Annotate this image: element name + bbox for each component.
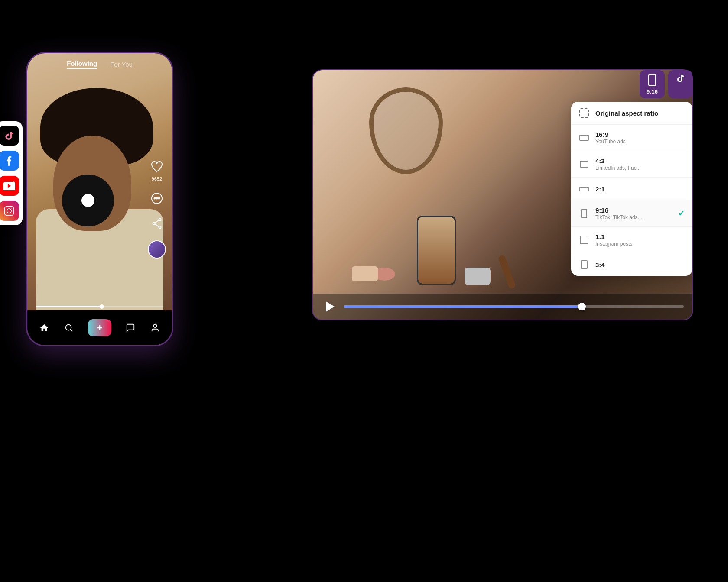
likes-count: 9652 — [152, 176, 162, 181]
makeup-jar — [465, 268, 491, 285]
svg-point-7 — [159, 219, 161, 221]
ratio-icon-9-16 — [579, 208, 589, 219]
ratio-check-9-16: ✓ — [678, 209, 685, 218]
nav-home[interactable] — [39, 323, 49, 333]
ratio-text-3-4: 3:4 — [595, 261, 685, 268]
ratio-dropdown: Original aspect ratio 16:9 YouTube ads — [571, 102, 692, 276]
svg-line-13 — [71, 330, 73, 331]
ratio-text-1-1: 1:1 Instagram posts — [595, 233, 685, 247]
ratio-option-9-16[interactable]: 9:16 TikTok, TikTok ads... ✓ — [571, 200, 692, 227]
phone-actions: 9652 — [148, 158, 166, 259]
phone-progress-fill — [36, 306, 100, 307]
for-you-tab[interactable]: For You — [110, 61, 133, 68]
nav-create[interactable] — [89, 320, 110, 335]
ratio-option-original[interactable]: Original aspect ratio — [571, 102, 692, 125]
ratio-name-1-1: 1:1 — [595, 233, 685, 240]
ratio-option-1-1[interactable]: 1:1 Instagram posts — [571, 227, 692, 253]
ratio-name-2-1: 2:1 — [595, 185, 685, 193]
ratio-pill-label-9-16: 9:16 — [647, 88, 658, 95]
ratio-desc-16-9: YouTube ads — [595, 139, 685, 145]
svg-point-1 — [7, 209, 11, 213]
svg-point-6 — [159, 198, 160, 199]
vinyl-disc — [62, 175, 114, 226]
ratio-option-4-3[interactable]: 4:3 LinkedIn ads, Fac... — [571, 151, 692, 178]
ratio-text-16-9: 16:9 YouTube ads — [595, 131, 685, 145]
phone-screen: Following For You 9652 — [27, 53, 172, 345]
ratio-icon-16-9 — [579, 133, 589, 143]
svg-point-2 — [11, 208, 12, 209]
play-button[interactable] — [322, 299, 337, 314]
tiktok-bottom-nav — [27, 310, 172, 345]
social-icons-sidebar — [0, 121, 23, 225]
ratio-text-4-3: 4:3 LinkedIn ads, Fac... — [595, 157, 685, 171]
ratio-icon-2-1 — [579, 184, 589, 194]
ratio-text-9-16: 9:16 TikTok, TikTok ads... — [595, 207, 672, 220]
ratio-option-3-4[interactable]: 3:4 — [571, 253, 692, 276]
svg-rect-17 — [649, 74, 656, 86]
youtube-social-icon[interactable] — [0, 176, 19, 196]
tiktok-social-icon[interactable] — [0, 126, 19, 146]
ratio-text-original: Original aspect ratio — [595, 110, 685, 117]
ratio-desc-1-1: Instagram posts — [595, 241, 685, 247]
video-controls — [313, 294, 692, 320]
ratio-name-original: Original aspect ratio — [595, 110, 685, 117]
svg-point-16 — [154, 324, 157, 327]
phone-progress-bar[interactable] — [36, 306, 163, 307]
ratio-desc-9-16: TikTok, TikTok ads... — [595, 214, 672, 220]
ratio-icon-3-4 — [579, 259, 589, 270]
video-progress-fill — [344, 305, 582, 308]
svg-point-12 — [66, 325, 72, 330]
svg-point-9 — [159, 226, 161, 228]
creator-avatar — [148, 240, 166, 259]
ratio-pill-tiktok[interactable] — [668, 70, 692, 98]
ratio-desc-4-3: LinkedIn ads, Fac... — [595, 165, 685, 171]
play-icon — [326, 301, 335, 312]
svg-line-10 — [155, 220, 159, 223]
makeup-container-2 — [352, 266, 378, 281]
ratio-icon-1-1 — [579, 235, 589, 245]
instagram-social-icon[interactable] — [0, 201, 19, 221]
ratio-name-4-3: 4:3 — [595, 157, 685, 165]
video-progress-bar[interactable] — [344, 305, 684, 308]
share-button[interactable] — [149, 215, 165, 232]
ratio-name-3-4: 3:4 — [595, 261, 685, 268]
following-tab[interactable]: Following — [67, 60, 97, 69]
comment-button[interactable] — [149, 190, 165, 207]
svg-rect-0 — [5, 207, 14, 216]
ratio-name-16-9: 16:9 — [595, 131, 685, 138]
phone-mockup: Following For You 9652 — [26, 52, 173, 346]
ratio-pills-row: 9:16 — [528, 70, 692, 98]
ratio-option-2-1[interactable]: 2:1 — [571, 178, 692, 200]
svg-line-11 — [155, 224, 159, 226]
nav-search[interactable] — [64, 323, 74, 333]
svg-point-8 — [153, 222, 155, 224]
nav-inbox[interactable] — [126, 323, 135, 333]
phone-frame: Following For You 9652 — [26, 52, 173, 346]
video-progress-thumb — [578, 303, 586, 310]
ratio-option-16-9[interactable]: 16:9 YouTube ads — [571, 125, 692, 151]
ratio-name-9-16: 9:16 — [595, 207, 672, 214]
ratio-icon-4-3 — [579, 159, 589, 169]
svg-point-5 — [156, 198, 158, 199]
tiktok-header: Following For You — [27, 53, 172, 75]
facebook-social-icon[interactable] — [0, 151, 19, 171]
ratio-text-2-1: 2:1 — [595, 185, 685, 193]
nav-profile[interactable] — [150, 323, 160, 333]
ratio-icon-original — [579, 108, 589, 118]
like-button[interactable]: 9652 — [149, 158, 165, 181]
phone-progress-thumb — [100, 304, 104, 309]
aspect-ratio-panel: 9:16 Original aspect ratio — [528, 70, 692, 276]
phone-prop — [417, 216, 456, 285]
ratio-pill-9-16[interactable]: 9:16 — [640, 70, 665, 98]
svg-point-4 — [154, 198, 156, 199]
